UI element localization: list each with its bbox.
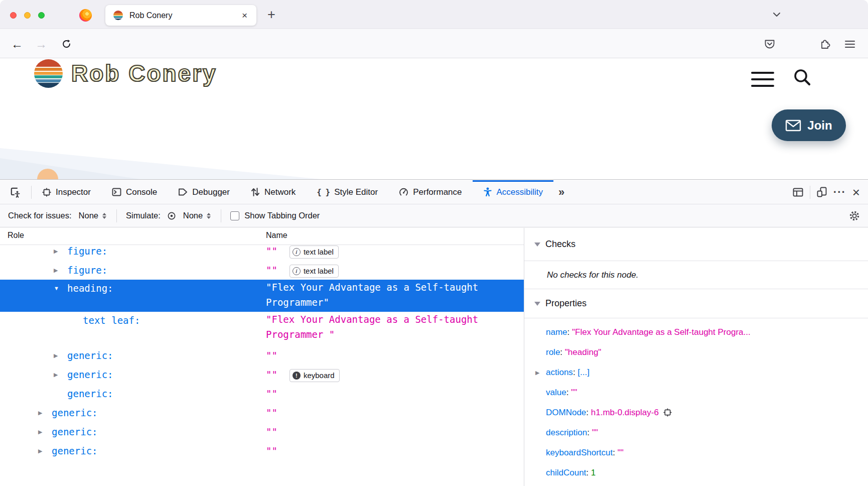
show-tabbing-order-checkbox[interactable] [230, 211, 239, 220]
firefox-icon [79, 9, 92, 22]
extensions-puzzle-icon[interactable] [816, 30, 834, 58]
section-collapse-icon [534, 242, 540, 247]
expand-arrow-icon[interactable]: ▶ [38, 403, 42, 422]
close-window-button[interactable] [10, 12, 17, 19]
simulate-eye-icon [167, 211, 176, 220]
tab-network[interactable]: Network [240, 180, 306, 204]
tree-row[interactable]: ▶ generic: "" [0, 422, 524, 441]
reload-button[interactable] [57, 30, 75, 58]
browser-window: Rob Conery × + ← → https://robconery.com… [0, 0, 868, 486]
collapse-arrow-icon[interactable]: ▼ [54, 281, 59, 296]
checks-title: Checks [545, 239, 575, 250]
property-row[interactable]: name: "Flex Your Advantage as a Self-tau… [524, 322, 868, 342]
properties-section-header[interactable]: Properties [524, 289, 868, 318]
column-role: Role [8, 231, 24, 240]
accessibility-picker-icon[interactable] [0, 187, 31, 198]
dock-layout-icon[interactable] [793, 188, 803, 197]
macos-titlebar: Rob Conery × + [0, 0, 868, 29]
warning-icon: ! [293, 372, 301, 380]
expand-arrow-icon[interactable]: ▶ [535, 362, 539, 383]
property-row[interactable]: indexInParent: 2 [524, 483, 868, 486]
performance-gauge-icon [399, 187, 408, 197]
tab-label: Network [264, 187, 296, 197]
accessibility-sidebar: Checks No checks for this node. Properti… [524, 228, 868, 486]
expand-arrow-icon[interactable]: ▶ [54, 241, 58, 261]
property-row[interactable]: description: "" [524, 423, 868, 443]
expand-arrow-icon[interactable]: ▶ [54, 261, 58, 280]
checks-empty-message: No checks for this node. [524, 261, 868, 289]
envelope-icon [785, 119, 801, 132]
tree-row[interactable]: ▶ figure: ""itext label [0, 241, 524, 261]
site-brand-title[interactable]: Rob Conery [71, 60, 217, 87]
property-row[interactable]: value: "" [524, 383, 868, 403]
site-search-icon[interactable] [792, 67, 813, 88]
inspector-icon [42, 188, 51, 197]
select-carets-icon [207, 213, 211, 219]
tab-style-editor[interactable]: { } Style Editor [306, 180, 388, 204]
tab-label: Style Editor [334, 187, 378, 197]
minimize-window-button[interactable] [24, 12, 31, 19]
text-label-badge[interactable]: itext label [290, 246, 339, 259]
tree-row[interactable]: generic: "" [0, 384, 524, 403]
list-all-tabs-icon[interactable] [773, 12, 781, 17]
expand-arrow-icon[interactable]: ▶ [38, 422, 42, 441]
back-button[interactable]: ← [8, 30, 26, 58]
close-devtools-icon[interactable]: × [852, 186, 860, 199]
devtools-menu-icon[interactable]: ··· [833, 186, 846, 199]
tab-performance[interactable]: Performance [388, 180, 472, 204]
tree-row[interactable]: ▶ generic: "" [0, 346, 524, 365]
property-row[interactable]: role: "heading" [524, 342, 868, 362]
browser-tab[interactable]: Rob Conery × [105, 5, 256, 26]
tab-inspector[interactable]: Inspector [32, 180, 101, 204]
expand-arrow-icon[interactable]: ▶ [54, 365, 58, 384]
expand-arrow-icon[interactable]: ▶ [38, 441, 42, 460]
simulate-label: Simulate: [126, 211, 161, 220]
expand-arrow-icon[interactable]: ▶ [54, 346, 58, 365]
tree-row[interactable]: ▶ generic: "" [0, 403, 524, 422]
forward-button: → [32, 30, 50, 58]
simulate-select[interactable]: None [183, 211, 211, 220]
text-label-badge[interactable]: itext label [290, 265, 339, 278]
property-row[interactable]: childCount: 1 [524, 463, 868, 483]
property-row[interactable]: ▶actions: [...] [524, 362, 868, 383]
tab-label: Performance [413, 187, 462, 197]
tab-label: Inspector [56, 187, 91, 197]
zoom-window-button[interactable] [38, 12, 45, 19]
show-tabbing-order-label: Show Tabbing Order [244, 211, 320, 220]
tree-row[interactable]: ▶ generic: "" [0, 441, 524, 460]
tree-row[interactable]: ▶ figure: ""itext label [0, 261, 524, 280]
site-menu-hamburger-icon[interactable] [751, 72, 774, 91]
tab-console[interactable]: Console [101, 180, 168, 204]
property-row[interactable]: keyboardShortcut: "" [524, 443, 868, 463]
tab-debugger[interactable]: Debugger [168, 180, 240, 204]
site-logo-icon[interactable] [34, 59, 63, 88]
select-carets-icon [102, 213, 106, 219]
pocket-icon[interactable] [761, 30, 779, 58]
check-issues-select[interactable]: None [79, 211, 106, 220]
responsive-design-icon[interactable] [817, 187, 827, 197]
section-collapse-icon [534, 302, 540, 306]
accessibility-toolbar: Check for issues: None Simulate: None Sh… [0, 204, 868, 227]
browser-nav-toolbar: ← → https://robconery.com ★ [0, 30, 868, 58]
more-tabs-chevron-icon[interactable]: » [553, 186, 569, 199]
property-row[interactable]: DOMNode: h1.mb-0.display-6 [524, 403, 868, 423]
properties-title: Properties [545, 298, 587, 309]
divider [116, 209, 117, 222]
settings-gear-icon[interactable] [849, 210, 868, 221]
checks-section-header[interactable]: Checks [524, 228, 868, 261]
join-button[interactable]: Join [772, 109, 846, 141]
tree-row[interactable]: text leaf: "Flex Your Advantage as a Sel… [0, 312, 524, 346]
tree-row[interactable]: ▶ generic: ""!keyboard [0, 365, 524, 384]
new-tab-button[interactable]: + [264, 7, 278, 23]
network-arrows-icon [251, 187, 260, 197]
app-menu-hamburger-icon[interactable] [841, 30, 859, 58]
close-tab-icon[interactable]: × [240, 10, 249, 21]
check-issues-label: Check for issues: [8, 211, 72, 220]
devtools-tabbar: Inspector Console Debugger Network { } S… [0, 180, 868, 204]
tab-accessibility[interactable]: Accessibility [473, 180, 554, 204]
tree-row-selected[interactable]: ▼ heading: "Flex Your Advantage as a Sel… [0, 280, 524, 312]
keyboard-badge[interactable]: !keyboard [290, 369, 340, 382]
column-name: Name [266, 231, 287, 240]
inspect-node-icon[interactable] [663, 408, 672, 417]
tab-label: Debugger [192, 187, 230, 197]
